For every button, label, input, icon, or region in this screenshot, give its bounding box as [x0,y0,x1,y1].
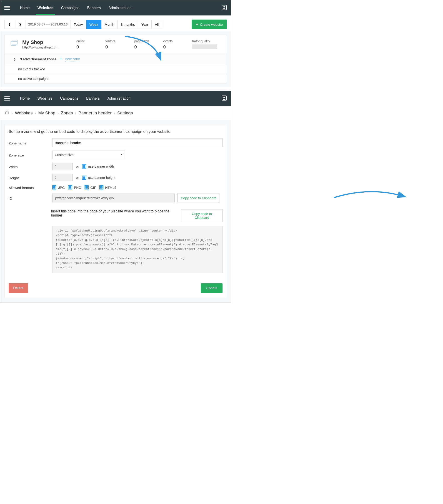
home-icon[interactable] [5,110,9,116]
stat-label-visitors: visitors [105,39,134,43]
user-icon[interactable] [222,5,227,11]
update-button[interactable]: Update [201,283,222,293]
svg-rect-3 [12,40,17,44]
stat-label-events: events [163,39,192,43]
range-week[interactable]: Week [86,20,102,29]
stat-value-visitors: 0 [105,44,134,50]
id-label: ID [9,196,50,201]
range-year[interactable]: Year [138,20,152,29]
chevron-right-icon: › [114,111,115,115]
format-png-checkbox[interactable] [68,185,72,189]
nav-administration[interactable]: Administration [104,1,135,15]
chevron-right-icon: ❯ [13,57,17,61]
no-events-row: no events tracked [4,64,227,74]
delete-button[interactable]: Delete [9,283,28,293]
zones-row[interactable]: ❯ 3 advertisement zones + new zone [4,54,227,64]
date-range-display[interactable]: 2019.03.07 — 2019.03.13 [25,20,70,29]
format-html5-checkbox[interactable] [99,185,103,189]
user-icon[interactable] [222,95,227,101]
crumb-zones[interactable]: Zones [61,110,73,116]
stat-value-online: 0 [76,44,105,50]
zone-id-display: pxfatahndkcolmqbuefzramvkekrwfykyo [52,194,174,202]
format-jpg-checkbox[interactable] [52,185,56,189]
spacer [9,209,48,210]
width-label: Width [9,164,50,169]
height-label: Height [9,175,50,180]
website-icon [10,39,18,48]
nav-home[interactable]: Home [16,1,34,15]
svg-point-6 [223,97,225,98]
menu-icon[interactable] [4,96,10,101]
settings-card: Set up a zone and get the embed code to … [4,124,227,298]
format-png-label: PNG [74,186,81,189]
svg-point-1 [223,6,225,7]
next-range-button[interactable]: ❯ [15,20,25,29]
plus-icon: + [196,22,198,26]
create-website-label: Create website [200,22,223,26]
embed-code-box[interactable]: <div id="pxfatahndkcolmqbuefzramvkekrwfy… [52,226,222,273]
chevron-right-icon: › [35,111,36,115]
use-banner-height-label: use banner height [88,176,115,180]
date-toolbar: ❮ ❯ 2019.03.07 — 2019.03.13 Today Week M… [0,16,231,31]
chevron-right-icon: › [12,111,13,115]
stat-value-pageviews: 0 [134,44,163,50]
nav2-administration[interactable]: Administration [104,91,134,106]
nav2-websites[interactable]: Websites [34,91,56,106]
settings-title: Set up a zone and get the embed code to … [9,129,222,134]
width-input[interactable] [52,163,73,170]
add-zone-plus-icon[interactable]: + [60,57,62,61]
traffic-quality-label: traffic quality [192,39,221,43]
new-zone-link[interactable]: new zone [65,57,80,61]
site-card: My Shop http://www.myshop.com online0 vi… [4,35,227,84]
stat-label-online: online [76,39,105,43]
nav2-home[interactable]: Home [16,91,34,106]
traffic-quality-bar [192,44,217,49]
crumb-websites[interactable]: Websites [15,110,33,116]
zone-size-select[interactable]: Custom size [52,151,125,159]
nav-campaigns[interactable]: Campaigns [57,1,84,15]
format-html5-label: HTML5 [105,186,116,189]
spacer [9,226,50,273]
zone-name-label: Zone name [9,140,50,145]
insert-instruction: Insert this code into the page of your w… [51,209,178,217]
height-input[interactable] [52,174,73,181]
nav-websites[interactable]: Websites [34,1,57,15]
range-month[interactable]: Month [101,20,118,29]
chevron-right-icon: › [57,111,59,115]
crumb-banner[interactable]: Banner in header [78,110,112,116]
stat-value-events: 0 [163,44,192,50]
secondary-nav: Home Websites Campaigns Banners Administ… [0,91,231,106]
range-all[interactable]: All [151,20,162,29]
or-text: or [76,176,79,180]
site-title: My Shop [22,39,72,45]
range-today[interactable]: Today [70,20,86,29]
nav2-campaigns[interactable]: Campaigns [56,91,82,106]
range-3months[interactable]: 3 months [117,20,138,29]
prev-range-button[interactable]: ❮ [4,20,15,29]
crumb-settings: Settings [117,110,133,116]
chevron-right-icon: › [75,111,76,115]
or-text: or [76,164,79,168]
breadcrumb: › Websites › My Shop › Zones › Banner in… [0,106,231,120]
site-url[interactable]: http://www.myshop.com [22,45,58,49]
format-gif-label: GIF [90,186,96,189]
zone-name-input[interactable] [52,139,222,147]
nav-banners[interactable]: Banners [84,1,105,15]
format-gif-checkbox[interactable] [85,185,89,189]
zone-size-label: Zone size [9,152,50,157]
copy-code-button[interactable]: Copy code to Clipboard [181,209,222,222]
stat-label-pageviews: pageviews [134,39,163,43]
use-banner-width-label: use banner width [88,164,114,168]
no-campaigns-row: no active campaigns [4,74,227,83]
ad-zones-label: 3 advertisement zones [20,57,57,61]
top-nav: Home Websites Campaigns Banners Administ… [0,0,231,16]
nav2-banners[interactable]: Banners [82,91,104,106]
allowed-formats-label: Allowed formats [9,185,50,190]
menu-icon[interactable] [4,5,10,11]
copy-id-button[interactable]: Copy code to Clipboard [177,194,220,202]
create-website-button[interactable]: + Create website [192,19,227,29]
use-banner-width-checkbox[interactable] [82,164,86,168]
crumb-myshop[interactable]: My Shop [38,110,55,116]
format-jpg-label: JPG [58,186,65,189]
use-banner-height-checkbox[interactable] [82,176,86,180]
